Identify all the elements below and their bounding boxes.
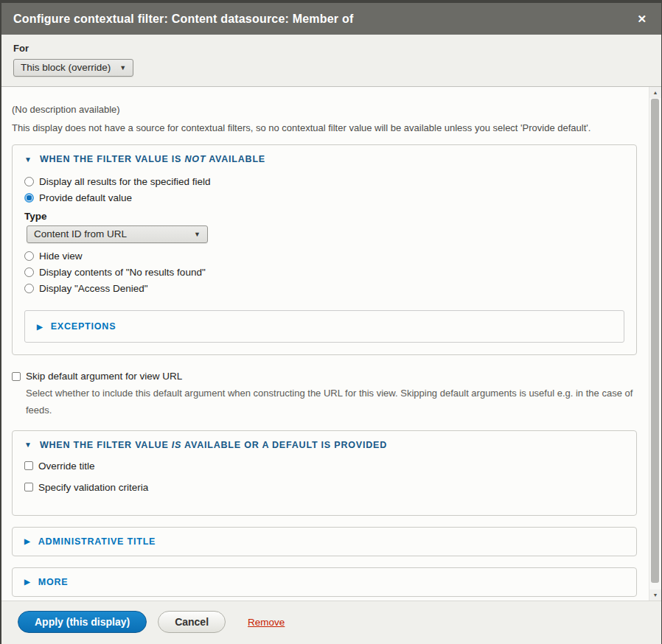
radio-display-access-denied[interactable]: Display "Access Denied" xyxy=(24,283,624,294)
radio-input-display-all[interactable] xyxy=(24,177,34,186)
fieldset-exceptions: ▶ EXCEPTIONS xyxy=(24,310,624,343)
for-select-value: This block (override) xyxy=(21,62,111,73)
fieldset-legend-available[interactable]: ▼ WHEN THE FILTER VALUE IS AVAILABLE OR … xyxy=(24,440,624,450)
radio-input-access-denied[interactable] xyxy=(24,284,34,293)
legend-text: WHEN THE FILTER VALUE IS NOT AVAILABLE xyxy=(40,154,265,164)
default-action-radios: Display all results for the specified fi… xyxy=(24,176,624,294)
radio-input-hide-view[interactable] xyxy=(24,251,34,261)
cancel-button[interactable]: Cancel xyxy=(158,611,226,633)
legend-text: WHEN THE FILTER VALUE IS AVAILABLE OR A … xyxy=(40,440,387,450)
scroll-up-button[interactable]: ▲ xyxy=(649,87,661,98)
fieldset-legend-more[interactable]: ▶ MORE xyxy=(24,577,624,587)
legend-text: EXCEPTIONS xyxy=(51,321,116,332)
override-title-checkbox-input[interactable] xyxy=(24,461,33,470)
configure-contextual-filter-dialog: Configure contextual filter: Content dat… xyxy=(1,3,661,644)
radio-label: Hide view xyxy=(39,251,83,262)
caret-right-icon: ▶ xyxy=(24,537,30,545)
dialog-title: Configure contextual filter: Content dat… xyxy=(13,13,353,26)
radio-label: Display "Access Denied" xyxy=(39,283,148,294)
apply-button[interactable]: Apply (this display) xyxy=(18,611,147,633)
scroll-down-button[interactable]: ▼ xyxy=(649,589,661,601)
for-section: For This block (override) ▼ xyxy=(1,35,661,87)
skip-default-checkbox-input[interactable] xyxy=(12,372,21,381)
radio-display-all-results[interactable]: Display all results for the specified fi… xyxy=(24,176,624,187)
dialog-body: (No description available) This display … xyxy=(1,87,649,601)
no-description-text: (No description available) xyxy=(12,104,637,115)
close-icon[interactable]: ✕ xyxy=(634,12,649,26)
radio-hide-view[interactable]: Hide view xyxy=(24,251,624,262)
checkbox-skip-default-argument[interactable]: Skip default argument for view URL xyxy=(12,371,637,382)
checkbox-label: Override title xyxy=(38,461,95,472)
legend-text: MORE xyxy=(38,577,69,587)
radio-label: Display all results for the specified fi… xyxy=(39,176,211,187)
type-label: Type xyxy=(24,211,624,222)
scrollbar[interactable]: ▲ ▼ xyxy=(649,87,661,601)
display-note-text: This display does not have a source for … xyxy=(12,122,637,133)
dialog-footer: Apply (this display) Cancel Remove xyxy=(1,601,661,644)
specify-validation-checkbox-input[interactable] xyxy=(24,483,33,491)
fieldset-legend-exceptions[interactable]: ▶ EXCEPTIONS xyxy=(37,321,612,332)
fieldset-more: ▶ MORE xyxy=(12,567,637,597)
dialog-header: Configure contextual filter: Content dat… xyxy=(1,3,661,35)
radio-display-no-results[interactable]: Display contents of "No results found" xyxy=(24,267,624,278)
type-select-value: Content ID from URL xyxy=(34,228,127,239)
dialog-body-wrap: (No description available) This display … xyxy=(1,87,661,601)
radio-input-no-results[interactable] xyxy=(24,267,34,277)
scrollbar-thumb[interactable] xyxy=(651,99,659,583)
caret-right-icon: ▶ xyxy=(24,578,30,586)
for-label: For xyxy=(13,43,649,54)
fieldset-filter-value-not-available: ▼ WHEN THE FILTER VALUE IS NOT AVAILABLE… xyxy=(12,144,637,355)
skip-default-description: Select whether to include this default a… xyxy=(26,385,635,419)
checkbox-specify-validation[interactable]: Specify validation criteria xyxy=(24,482,624,493)
checkbox-label: Specify validation criteria xyxy=(38,482,148,493)
type-select[interactable]: Content ID from URL ▼ xyxy=(27,225,208,243)
radio-label: Display contents of "No results found" xyxy=(39,267,206,278)
checkbox-label: Skip default argument for view URL xyxy=(26,371,182,382)
legend-text: ADMINISTRATIVE TITLE xyxy=(38,536,156,547)
remove-link[interactable]: Remove xyxy=(248,617,285,628)
caret-right-icon: ▶ xyxy=(37,323,43,331)
fieldset-filter-value-available: ▼ WHEN THE FILTER VALUE IS AVAILABLE OR … xyxy=(12,430,637,516)
fieldset-legend-not-available[interactable]: ▼ WHEN THE FILTER VALUE IS NOT AVAILABLE xyxy=(24,154,624,164)
radio-input-provide-default[interactable] xyxy=(24,193,34,203)
radio-provide-default-value[interactable]: Provide default value xyxy=(24,192,624,203)
caret-down-icon: ▼ xyxy=(24,441,32,449)
chevron-down-icon: ▼ xyxy=(194,231,201,238)
checkbox-override-title[interactable]: Override title xyxy=(24,461,624,472)
available-checkboxes: Override title Specify validation criter… xyxy=(24,461,624,493)
fieldset-administrative-title: ▶ ADMINISTRATIVE TITLE xyxy=(12,527,637,556)
for-display-select[interactable]: This block (override) ▼ xyxy=(13,59,133,77)
fieldset-legend-administrative-title[interactable]: ▶ ADMINISTRATIVE TITLE xyxy=(24,536,624,547)
chevron-down-icon: ▼ xyxy=(119,64,126,71)
radio-label: Provide default value xyxy=(39,192,132,203)
caret-down-icon: ▼ xyxy=(24,155,32,164)
